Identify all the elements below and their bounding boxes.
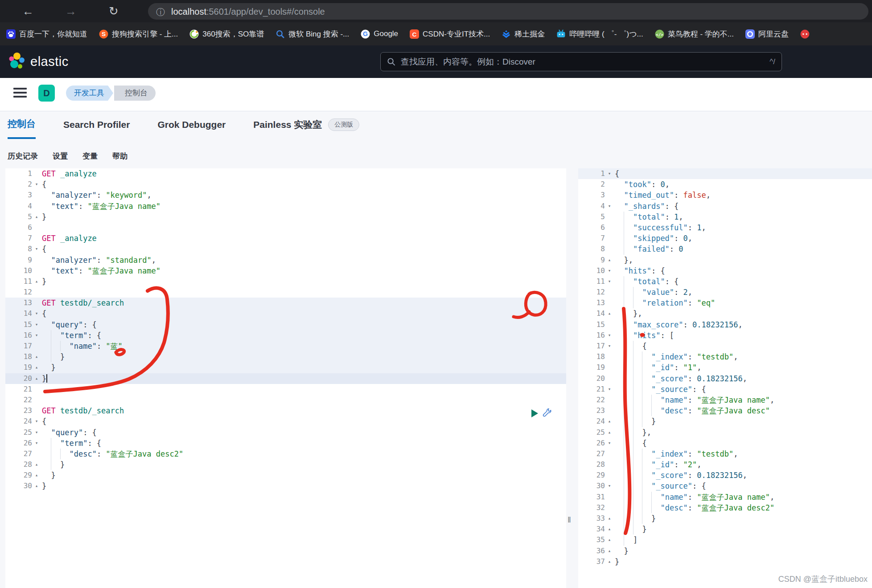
fold-icon[interactable]: ▴ (605, 524, 614, 535)
code-line[interactable]: 22 "name": "蓝盒子Java name", (578, 395, 872, 405)
fold-icon[interactable]: ▾ (32, 427, 41, 438)
code-line[interactable]: 6 (5, 222, 566, 233)
fold-icon[interactable]: ▴ (32, 481, 41, 491)
fold-icon[interactable]: ▴ (605, 416, 614, 427)
request-editor[interactable]: 1GET _analyze2▾{3 "analyzer": "keyword",… (5, 168, 566, 588)
code-line[interactable]: 22 (5, 395, 566, 405)
code-line[interactable]: 12 "value": 2, (578, 287, 872, 298)
global-search-input[interactable] (401, 57, 765, 67)
fold-icon[interactable]: ▾ (605, 481, 614, 491)
code-line[interactable]: 37▴} (578, 556, 872, 567)
code-line[interactable]: 15▾ "query": { (5, 319, 566, 330)
code-line[interactable]: 2▾{ (5, 179, 566, 190)
code-line[interactable]: 18▴ } (5, 351, 566, 362)
code-line[interactable]: 24▾{ (5, 416, 566, 427)
tab-search-profiler[interactable]: Search Profiler (63, 119, 130, 137)
breadcrumb-dev-tools[interactable]: 开发工具 (66, 86, 108, 101)
fold-icon[interactable]: ▴ (605, 308, 614, 319)
elastic-brand[interactable]: elastic (8, 52, 69, 71)
code-line[interactable]: 25▴ }, (578, 427, 872, 438)
code-line[interactable]: 9▴ }, (578, 255, 872, 265)
tab-painless-实验室[interactable]: Painless 实验室公测版 (253, 118, 359, 138)
code-line[interactable]: 10▾ "hits": { (578, 265, 872, 276)
code-line[interactable]: 29 "_score": 0.18232156, (578, 470, 872, 481)
code-line[interactable]: 19▴ } (5, 362, 566, 373)
response-viewer[interactable]: 1▾{2 "took": 0,3 "timed_out": false,4▾ "… (578, 168, 872, 588)
pane-splitter[interactable]: ‖ (568, 515, 572, 525)
code-line[interactable]: 25▾ "query": { (5, 427, 566, 438)
code-line[interactable]: 30▾ "_source": { (578, 481, 872, 491)
bookmark-item[interactable]: 百度一下，你就知道 (6, 29, 87, 39)
reload-icon[interactable]: ↻ (105, 3, 122, 20)
code-line[interactable]: 13GET testdb/_search (5, 298, 566, 308)
fold-icon[interactable]: ▴ (32, 362, 41, 373)
menu-icon[interactable] (13, 88, 27, 98)
code-line[interactable]: 6 "successful": 1, (578, 222, 872, 233)
code-line[interactable]: 36▴ } (578, 546, 872, 556)
code-line[interactable]: 27 "_index": "testdb", (578, 449, 872, 459)
code-line[interactable]: 11▾ "total": { (578, 276, 872, 287)
bookmark-item[interactable]: 阿里云盘 (745, 29, 789, 39)
fold-icon[interactable]: ▴ (605, 535, 614, 545)
code-line[interactable]: 12 (5, 287, 566, 298)
send-request-icon[interactable] (531, 409, 539, 418)
code-line[interactable]: 1GET _analyze (5, 168, 566, 179)
code-line[interactable]: 26▾ { (578, 438, 872, 449)
fold-icon[interactable]: ▴ (32, 351, 41, 362)
fold-icon[interactable]: ▴ (605, 255, 614, 265)
code-line[interactable]: 35▴ ] (578, 535, 872, 545)
code-line[interactable]: 34▴ } (578, 524, 872, 535)
code-line[interactable]: 26▾ "term": { (5, 438, 566, 449)
fold-icon[interactable]: ▾ (32, 330, 41, 341)
code-line[interactable]: 28▴ } (5, 459, 566, 470)
fold-icon[interactable]: ▴ (32, 373, 41, 384)
fold-icon[interactable]: ▾ (32, 416, 41, 427)
code-line[interactable]: 2 "took": 0, (578, 179, 872, 190)
code-line[interactable]: 28 "_id": "2", (578, 459, 872, 470)
fold-icon[interactable]: ▾ (605, 384, 614, 395)
space-avatar[interactable]: D (38, 85, 55, 102)
address-bar[interactable]: ⓘ localhost:5601/app/dev_tools#/console (148, 3, 868, 20)
site-info-icon[interactable]: ⓘ (156, 6, 165, 18)
code-line[interactable]: 14▴ }, (578, 308, 872, 319)
code-line[interactable]: 3 "analyzer": "keyword", (5, 190, 566, 200)
code-line[interactable]: 5 "total": 1, (578, 212, 872, 222)
code-line[interactable]: 23 "desc": "蓝盒子Java desc" (578, 405, 872, 416)
code-line[interactable]: 18 "_index": "testdb", (578, 351, 872, 362)
back-icon[interactable]: ← (20, 3, 37, 20)
code-line[interactable]: 15 "max_score": 0.18232156, (578, 319, 872, 330)
code-line[interactable]: 32 "desc": "蓝盒子Java desc2" (578, 502, 872, 513)
tab-grok-debugger[interactable]: Grok Debugger (157, 119, 226, 137)
code-line[interactable]: 8▾{ (5, 244, 566, 254)
bookmark-item[interactable]: CCSDN-专业IT技术... (410, 29, 490, 39)
fold-icon[interactable]: ▴ (32, 276, 41, 287)
code-line[interactable]: 20 "_score": 0.18232156, (578, 373, 872, 384)
code-line[interactable]: 17 "name": "蓝" (5, 341, 566, 351)
code-line[interactable]: 16▾ "hits": [ (578, 330, 872, 341)
code-line[interactable]: 5▴} (5, 212, 566, 222)
console-menu-item[interactable]: 帮助 (112, 151, 128, 161)
code-line[interactable]: 4 "text": "蓝盒子Java name" (5, 201, 566, 212)
fold-icon[interactable]: ▾ (32, 179, 41, 190)
fold-icon[interactable]: ▴ (605, 546, 614, 556)
tab-控制台[interactable]: 控制台 (8, 118, 36, 139)
fold-icon[interactable]: ▾ (605, 330, 614, 341)
code-line[interactable]: 20▴} (5, 373, 566, 384)
fold-icon[interactable]: ▴ (605, 427, 614, 438)
fold-icon[interactable]: ▴ (605, 513, 614, 524)
code-line[interactable]: 29▴ } (5, 470, 566, 481)
code-line[interactable]: 17▾ { (578, 341, 872, 351)
fold-icon[interactable]: ▾ (605, 201, 614, 212)
code-line[interactable]: 4▾ "_shards": { (578, 201, 872, 212)
console-menu-item[interactable]: 设置 (53, 151, 68, 161)
code-line[interactable]: 21▾ "_source": { (578, 384, 872, 395)
code-line[interactable]: 33▴ } (578, 513, 872, 524)
console-menu-item[interactable]: 历史记录 (8, 151, 38, 161)
wrench-icon[interactable] (542, 408, 552, 417)
fold-icon[interactable]: ▾ (605, 265, 614, 276)
fold-icon[interactable]: ▾ (605, 276, 614, 287)
code-line[interactable]: 27 "desc": "蓝盒子Java desc2" (5, 449, 566, 459)
code-line[interactable]: 11▴} (5, 276, 566, 287)
forward-icon[interactable]: → (62, 3, 79, 20)
code-line[interactable]: 13 "relation": "eq" (578, 298, 872, 308)
